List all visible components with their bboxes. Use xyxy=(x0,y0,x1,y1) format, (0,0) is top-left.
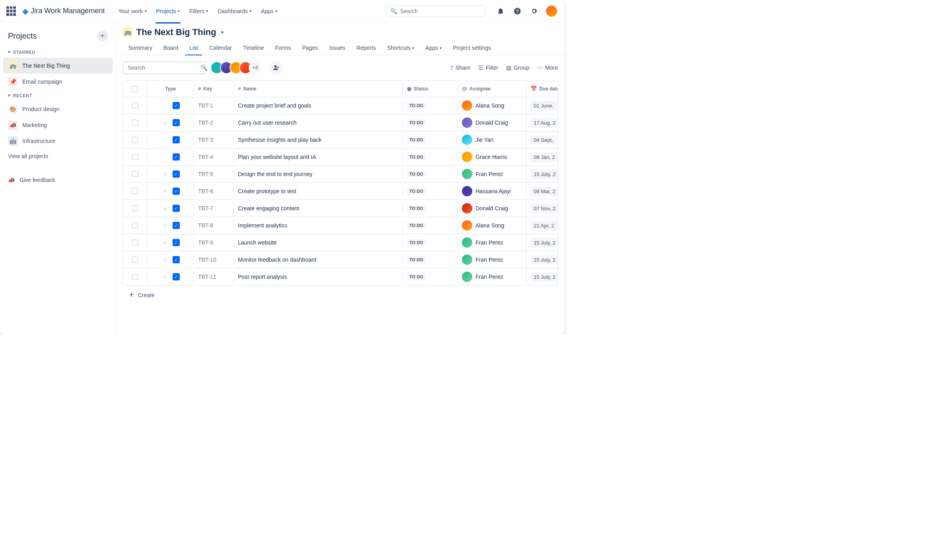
status-badge[interactable]: TO DO xyxy=(407,171,426,177)
sidebar-section-recent[interactable]: ▾RECENT xyxy=(3,90,113,101)
issue-key[interactable]: TBT-5 xyxy=(194,168,234,180)
due-date[interactable]: 09 Mar, 2 xyxy=(530,187,558,196)
filter-button[interactable]: ☰Filter xyxy=(478,65,498,71)
tab-apps[interactable]: Apps▾ xyxy=(420,41,447,55)
issue-name[interactable]: Carry out user research xyxy=(234,116,403,129)
status-badge[interactable]: TO DO xyxy=(407,239,426,246)
issue-name[interactable]: Monitor feedback on dashboard xyxy=(234,253,403,266)
avatar-stack[interactable]: +3 xyxy=(210,61,261,74)
row-checkbox[interactable] xyxy=(132,154,138,160)
add-member-button[interactable] xyxy=(269,61,283,74)
issue-name[interactable]: Design the end to end journey xyxy=(234,168,403,180)
table-row[interactable]: ›✓TBT-9Launch websiteTO DOFran Perez15 J… xyxy=(123,234,558,251)
nav-your-work[interactable]: Your work▾ xyxy=(114,5,151,18)
more-members[interactable]: +3 xyxy=(249,61,261,74)
row-checkbox[interactable] xyxy=(132,257,138,263)
row-checkbox[interactable] xyxy=(132,205,138,211)
issue-key[interactable]: TBT-10 xyxy=(194,253,234,266)
due-date[interactable]: 07 Nov, 2 xyxy=(530,204,558,213)
assignee[interactable]: Fran Perez xyxy=(462,169,503,179)
create-issue-button[interactable]: + Create xyxy=(123,286,558,304)
due-date[interactable]: 04 Sept, xyxy=(530,135,556,145)
status-badge[interactable]: TO DO xyxy=(407,188,426,194)
due-date[interactable]: 15 July, 2 xyxy=(530,272,558,282)
nav-dashboards[interactable]: Dashboards▾ xyxy=(214,5,255,18)
sidebar-item-the-next-big-thing[interactable]: 🚌The Next Big Thing xyxy=(3,58,113,74)
due-date[interactable]: 08 Jan, 2 xyxy=(530,153,558,162)
due-date[interactable]: 21 Apr, 2 xyxy=(530,221,557,230)
status-badge[interactable]: TO DO xyxy=(407,119,426,126)
tab-forms[interactable]: Forms xyxy=(269,41,297,55)
issue-name[interactable]: Post report analysis xyxy=(234,270,403,283)
table-row[interactable]: ›✓TBT-8Implement analyticsTO DOAlana Son… xyxy=(123,217,558,234)
table-row[interactable]: ✓TBT-4Plan your website layout and IATO … xyxy=(123,149,558,166)
issue-key[interactable]: TBT-4 xyxy=(194,151,234,163)
expand-icon[interactable]: › xyxy=(161,222,169,229)
status-badge[interactable]: TO DO xyxy=(407,102,426,109)
assignee[interactable]: Jie Yan xyxy=(462,135,493,145)
table-row[interactable]: ›✓TBT-11Post report analysisTO DOFran Pe… xyxy=(123,268,558,285)
tab-shortcuts[interactable]: Shortcuts▾ xyxy=(381,41,420,55)
assignee[interactable]: Fran Perez xyxy=(462,255,503,265)
more-button[interactable]: ⋯More xyxy=(537,65,558,71)
assignee[interactable]: Alana Song xyxy=(462,100,504,111)
global-search-input[interactable] xyxy=(400,8,481,14)
sidebar-item-infrastructure[interactable]: 🤖Infrastructure xyxy=(3,133,113,149)
profile-avatar[interactable] xyxy=(545,5,558,18)
list-search[interactable]: 🔍 xyxy=(123,61,206,74)
expand-icon[interactable]: › xyxy=(161,119,169,126)
global-search[interactable]: 🔍 xyxy=(386,5,485,17)
table-row[interactable]: ›✓TBT-6Create prototype to testTO DOHass… xyxy=(123,183,558,200)
group-button[interactable]: ▤Group xyxy=(506,65,529,71)
issue-key[interactable]: TBT-6 xyxy=(194,185,234,198)
tab-calendar[interactable]: Calendar xyxy=(204,41,238,55)
product-logo[interactable]: ◆ Jira Work Management xyxy=(22,6,105,16)
issue-name[interactable]: Create project brief and goals xyxy=(234,99,403,112)
due-date[interactable]: 01 June, xyxy=(530,101,557,110)
issue-name[interactable]: Implement analytics xyxy=(234,219,403,232)
issue-key[interactable]: TBT-8 xyxy=(194,219,234,232)
notifications-icon[interactable] xyxy=(495,6,506,17)
column-assignee[interactable]: @Assignee xyxy=(458,82,527,95)
row-checkbox[interactable] xyxy=(132,171,138,177)
table-row[interactable]: ›✓TBT-7Create engaging contentTO DODonal… xyxy=(123,200,558,217)
expand-icon[interactable]: › xyxy=(161,205,169,212)
row-checkbox[interactable] xyxy=(132,274,138,280)
row-checkbox[interactable] xyxy=(132,137,138,143)
assignee[interactable]: Donald Craig xyxy=(462,203,508,213)
expand-icon[interactable]: › xyxy=(161,170,169,178)
share-button[interactable]: ⤴Share xyxy=(450,65,470,71)
sidebar-section-starred[interactable]: ▾STARRED xyxy=(3,46,113,58)
expand-icon[interactable]: › xyxy=(161,273,169,280)
assignee[interactable]: Fran Perez xyxy=(462,237,503,248)
column-status[interactable]: ◉Status xyxy=(403,82,458,95)
tab-board[interactable]: Board xyxy=(158,41,184,55)
status-badge[interactable]: TO DO xyxy=(407,222,426,229)
column-key[interactable]: #Key xyxy=(194,82,234,95)
expand-icon[interactable]: › xyxy=(161,239,169,246)
help-icon[interactable]: ? xyxy=(512,6,523,17)
issue-name[interactable]: Plan your website layout and IA xyxy=(234,151,403,163)
create-project-button[interactable]: + xyxy=(97,30,108,41)
assignee[interactable]: Fran Perez xyxy=(462,272,503,282)
tab-issues[interactable]: Issues xyxy=(324,41,351,55)
column-name[interactable]: ≡Name xyxy=(234,82,403,95)
tab-timeline[interactable]: Timeline xyxy=(238,41,269,55)
due-date[interactable]: 15 July, 2 xyxy=(530,238,558,247)
row-checkbox[interactable] xyxy=(132,102,138,109)
issue-key[interactable]: TBT-1 xyxy=(194,99,234,112)
due-date[interactable]: 15 July, 2 xyxy=(530,170,558,179)
issue-name[interactable]: Launch website xyxy=(234,236,403,249)
tab-summary[interactable]: Summary xyxy=(123,41,158,55)
issue-name[interactable]: Create engaging content xyxy=(234,202,403,215)
table-row[interactable]: ✓TBT-3Synthesise insights and play backT… xyxy=(123,131,558,149)
select-all-checkbox[interactable] xyxy=(132,86,138,92)
table-row[interactable]: ✓TBT-1Create project brief and goalsTO D… xyxy=(123,97,558,114)
tab-project-settings[interactable]: Project settings xyxy=(447,41,497,55)
assignee[interactable]: Grace Harris xyxy=(462,152,507,162)
status-badge[interactable]: TO DO xyxy=(407,205,426,211)
due-date[interactable]: 17 Aug, 2 xyxy=(530,118,558,127)
sidebar-item-marketing[interactable]: 📣Marketing xyxy=(3,117,113,133)
issue-key[interactable]: TBT-3 xyxy=(194,133,234,146)
app-switcher-icon[interactable] xyxy=(6,6,16,16)
